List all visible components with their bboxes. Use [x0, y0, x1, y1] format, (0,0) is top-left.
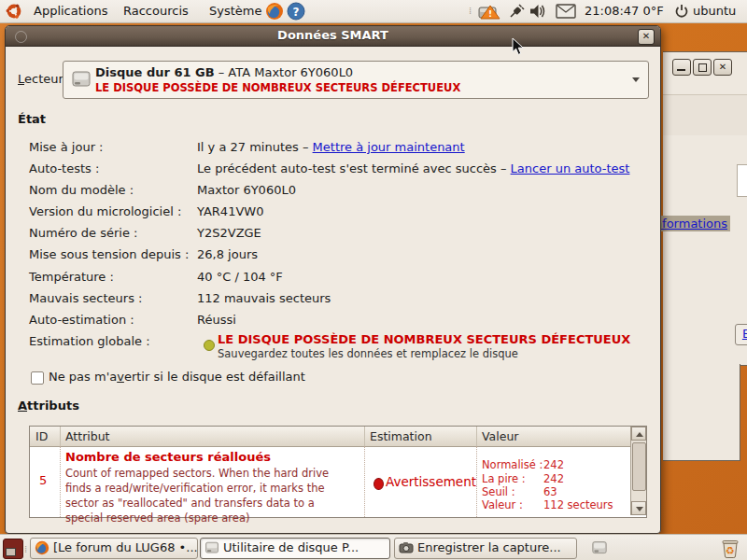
column-separator [60, 446, 61, 517]
column-separator [364, 446, 365, 517]
checkbox-label-pre: Ne pas m'a [49, 370, 117, 384]
row-label: Version du micrologiciel : [29, 204, 181, 218]
fragment-link-text: E [742, 327, 747, 341]
attr-desc-line: special reserved area (spare area) [65, 511, 249, 525]
row-label: Numéro de série : [29, 226, 137, 240]
background-window-lower [663, 364, 740, 461]
drive-warning-text: LE DISQUE POSSÈDE DE NOMBREUX SECTEURS D… [95, 81, 460, 94]
drive-combobox[interactable]: Disque dur 61 GB – ATA Maxtor 6Y060L0 LE… [63, 61, 649, 99]
top-panel: Applications Raccourcis Système ? ⁞ ! [0, 0, 747, 23]
row-label: Mauvais secteurs : [29, 291, 142, 305]
scroll-up-button[interactable] [631, 427, 646, 441]
kv-value: 112 secteurs [543, 498, 613, 511]
state-heading: État [18, 112, 46, 126]
close-button-bg[interactable]: ✕ [713, 59, 732, 76]
state-row-serial: Numéro de série : Y2S2VZGE [6, 226, 660, 243]
informations-link[interactable]: Informations [651, 217, 727, 231]
row-value: Réussi [197, 313, 236, 327]
svg-text:?: ? [293, 6, 300, 19]
arrow-down-icon [636, 507, 643, 511]
kv-value: 242 [543, 472, 564, 485]
attr-desc-line: sector as "reallocated" and transfers da… [65, 496, 315, 511]
disk-warning-icon[interactable]: ! [477, 2, 501, 21]
help-icon[interactable]: ? [287, 2, 305, 21]
row-label: Mise sous tension depuis : [29, 247, 189, 261]
checkbox-label-rest: ertir si le disque est défaillant [124, 370, 305, 384]
header-separator [476, 427, 477, 446]
scrollbar-thumb[interactable] [632, 442, 646, 491]
attr-assessment: Avertissement [386, 474, 476, 489]
state-row-firmware: Version du micrologiciel : YAR41VW0 [6, 204, 660, 221]
task-label: [Le forum du LUG68 •... [53, 540, 198, 554]
kv-label: Seuil : [482, 485, 515, 498]
menu-raccourcis[interactable]: Raccourcis [118, 0, 194, 22]
desktop: ✕ Informations E Applications Raccourcis… [0, 0, 747, 560]
attributes-heading-mnemonic: A [18, 399, 27, 413]
maximize-icon [698, 63, 707, 72]
row-label: Estimation globale : [29, 334, 150, 348]
attr-desc-line: Count of remapped sectors. When the hard… [65, 466, 329, 481]
ubuntu-logo-icon[interactable] [6, 3, 22, 20]
toolbar-band [663, 94, 747, 135]
kv-value: 242 [543, 458, 564, 471]
row-value: YAR41VW0 [197, 204, 263, 218]
show-desktop-icon [6, 548, 16, 556]
table-scrollbar[interactable] [630, 427, 646, 515]
menu-applications[interactable]: Applications [28, 0, 113, 22]
clock-applet[interactable]: 21:08:47 0°F [585, 0, 664, 22]
no-warn-checkbox[interactable] [31, 371, 44, 385]
hard-disk-icon [71, 69, 92, 90]
minimize-button[interactable] [672, 59, 691, 76]
row-label: Auto-tests : [29, 161, 99, 175]
maximize-button[interactable] [693, 59, 712, 76]
col-estimation[interactable]: Estimation [370, 429, 432, 443]
volume-icon[interactable] [529, 3, 546, 20]
row-value: Il y a 27 minutes – Mettre à jour mainte… [197, 140, 465, 154]
panel-grip[interactable]: ⁞ [469, 0, 470, 22]
attr-id: 5 [39, 473, 47, 487]
button-fragment[interactable]: E [735, 324, 747, 345]
task-disk-utility[interactable]: Utilitaire de disque P... [200, 538, 390, 559]
row-value: 40 °C / 104 °F [197, 270, 283, 284]
attr-desc-line: finds a read/write/verification error, i… [65, 481, 325, 496]
task-firefox[interactable]: [Le forum du LUG68 •... [30, 538, 198, 559]
row-value: Le précédent auto-test s'est terminé ave… [197, 161, 629, 175]
trash-icon[interactable]: ♻ [719, 537, 741, 559]
row-label: Mise à jour : [29, 140, 104, 154]
kv-label: La pire : [482, 472, 526, 485]
col-attribut[interactable]: Attribut [65, 429, 110, 443]
drive-name-rest: – ATA Maxtor 6Y060L0 [215, 65, 354, 79]
status-olive-icon [204, 340, 215, 351]
smart-data-dialog: Données SMART ✕ Lecteur : Disque dur 61 … [5, 25, 661, 534]
taskbar-grip[interactable]: ⁞ [24, 539, 25, 560]
attributes-table-header: ID Attribut Estimation Valeur [30, 427, 630, 447]
firefox-icon[interactable] [265, 2, 284, 21]
header-separator [60, 427, 61, 446]
mail-icon[interactable] [556, 4, 576, 19]
dialog-titlebar[interactable]: Données SMART ✕ [6, 26, 660, 47]
update-now-link[interactable]: Mettre à jour maintenant [313, 140, 465, 154]
task-screenshot[interactable]: Enregistrer la capture... [394, 538, 577, 559]
col-id[interactable]: ID [35, 429, 48, 443]
attr-name: Nombre de secteurs réalloués [65, 450, 271, 464]
col-valeur[interactable]: Valeur [482, 429, 518, 443]
state-row-poweron: Mise sous tension depuis : 26,8 jours [6, 247, 660, 264]
scroll-down-button[interactable] [631, 501, 646, 515]
svg-text:♻: ♻ [726, 545, 735, 557]
drive-label-mnemonic: L [18, 72, 24, 86]
close-button[interactable]: ✕ [638, 29, 655, 45]
overall-warning-text: LE DISQUE POSSÈDE DE NOMBREUX SECTEURS D… [218, 332, 630, 346]
power-icon[interactable] [674, 4, 689, 19]
user-switcher[interactable]: ubuntu [693, 0, 736, 22]
menu-systeme[interactable]: Système [204, 0, 267, 22]
run-selftest-link[interactable]: Lancer un auto-test [511, 161, 630, 175]
network-plug-icon[interactable] [508, 3, 525, 20]
warning-dot-icon [374, 478, 384, 490]
overall-advice-text: Sauvegardez toutes les données et rempla… [218, 347, 518, 360]
no-warn-label[interactable]: Ne pas m'avertir si le disque est défail… [49, 370, 305, 384]
row-value: 112 mauvais secteurs [197, 291, 331, 305]
notification-disk-icon[interactable] [591, 540, 608, 555]
show-desktop-button[interactable] [3, 539, 23, 559]
state-row-selftests: Auto-tests : Le précédent auto-test s'es… [6, 161, 660, 178]
kv-label: Normalisé : [482, 458, 543, 471]
